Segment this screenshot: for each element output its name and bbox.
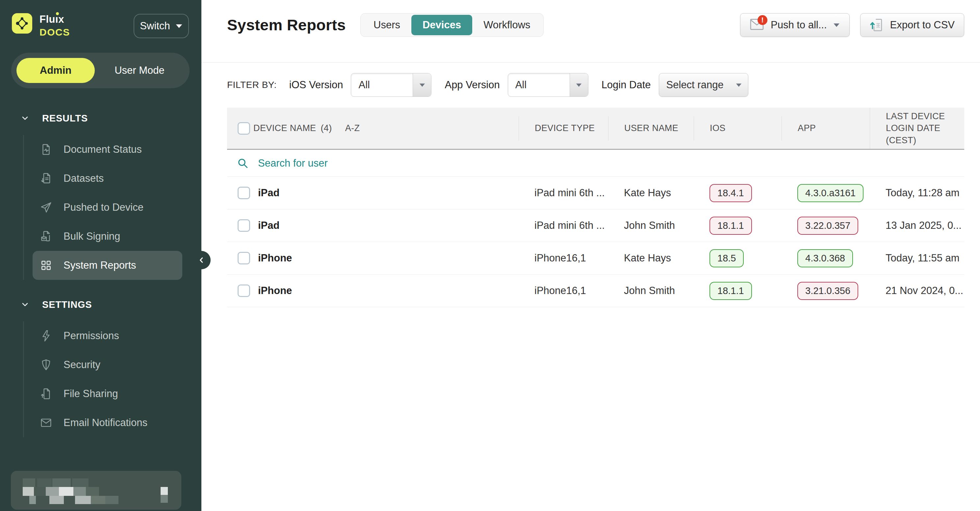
- sidebar-item-pushed-to-device[interactable]: Pushed to Device: [33, 193, 182, 222]
- switch-button[interactable]: Switch: [134, 14, 189, 38]
- table-row[interactable]: iPhoneiPhone16,1John Smith18.1.13.21.0.3…: [227, 275, 964, 307]
- app-version-select[interactable]: All: [508, 73, 589, 97]
- device-name-cell: iPad: [253, 187, 519, 199]
- table-row[interactable]: iPadiPad mini 6th ...Kate Hays18.4.14.3.…: [227, 177, 964, 209]
- sidebar: Fluıx DOCS Switch Admin User Mode RESULT…: [0, 0, 201, 511]
- select-all-checkbox[interactable]: [238, 122, 250, 135]
- tab-group: UsersDevicesWorkflows: [360, 13, 544, 37]
- section-header-results[interactable]: RESULTS: [0, 109, 201, 128]
- mode-toggle: Admin User Mode: [11, 53, 189, 88]
- device-type-cell: iPhone16,1: [519, 285, 608, 297]
- select-all-cell: [227, 116, 253, 141]
- sidebar-item-label: Bulk Signing: [64, 230, 120, 242]
- ios-version-select[interactable]: All: [351, 73, 431, 97]
- sidebar-item-label: Email Notifications: [64, 417, 148, 429]
- device-type-cell: iPhone16,1: [519, 252, 608, 264]
- row-checkbox-cell: [227, 187, 253, 199]
- device-name-header-label: DEVICE NAME: [253, 123, 316, 133]
- filter-by-label: FILTER BY:: [227, 80, 277, 90]
- chevron-left-icon: [197, 256, 206, 264]
- search-for-user-link[interactable]: Search for user: [227, 150, 964, 177]
- sidebar-item-permissions[interactable]: Permissions: [33, 321, 182, 350]
- sidebar-item-label: Permissions: [64, 330, 119, 342]
- pushed-to-device-icon: [40, 201, 52, 214]
- sidebar-item-label: Pushed to Device: [64, 201, 143, 213]
- table-row[interactable]: iPadiPad mini 6th ...John Smith18.1.13.2…: [227, 209, 964, 242]
- user-mode-button[interactable]: User Mode: [95, 64, 184, 77]
- sidebar-item-system-reports[interactable]: System Reports: [33, 251, 182, 280]
- ios-version-badge: 18.4.1: [710, 184, 752, 202]
- sidebar-item-document-status[interactable]: Document Status: [33, 135, 182, 164]
- fluix-logo-icon: [12, 13, 32, 34]
- user-name-cell: Kate Hays: [608, 252, 694, 264]
- device-name-cell: iPhone: [253, 285, 519, 297]
- tab-devices[interactable]: Devices: [411, 15, 472, 35]
- sidebar-item-file-sharing[interactable]: File Sharing: [33, 379, 182, 408]
- row-checkbox[interactable]: [238, 219, 250, 232]
- tab-workflows[interactable]: Workflows: [472, 15, 541, 35]
- device-name-header[interactable]: DEVICE NAME (4) A-Z: [253, 116, 519, 141]
- sidebar-collapse-button[interactable]: [192, 251, 211, 269]
- nav-items-results: Document StatusDatasetsPushed to DeviceB…: [23, 135, 201, 280]
- export-to-csv-button[interactable]: Export to CSV: [860, 13, 964, 37]
- app-version-cell: 4.3.0.368: [781, 249, 870, 267]
- user-name-cell: John Smith: [608, 285, 694, 297]
- login-date-select[interactable]: Select range: [659, 73, 748, 97]
- last-login-cell: 21 Nov 2024, 0...: [870, 285, 964, 297]
- table-row[interactable]: iPhoneiPhone16,1Kate Hays18.54.3.0.368To…: [227, 242, 964, 275]
- select-cap: [413, 73, 431, 96]
- brand-row: Fluıx DOCS Switch: [0, 0, 201, 38]
- email-notifications-icon: [40, 417, 52, 429]
- last-login-header-label: LAST DEVICE LOGIN DATE (CEST): [886, 108, 964, 149]
- row-checkbox[interactable]: [238, 252, 250, 264]
- chevron-down-icon: [834, 23, 840, 27]
- sidebar-item-security[interactable]: Security: [33, 350, 182, 379]
- section-header-settings[interactable]: SETTINGS: [0, 295, 201, 314]
- tab-users[interactable]: Users: [362, 15, 411, 35]
- file-sharing-icon: [40, 388, 52, 400]
- login-date-value: Select range: [659, 79, 724, 91]
- sort-a-z[interactable]: A-Z: [345, 123, 360, 133]
- push-to-all-button[interactable]: ! Push to all...: [740, 13, 850, 37]
- ios-version-badge: 18.5: [710, 249, 744, 267]
- device-type-header: DEVICE TYPE: [519, 116, 608, 141]
- chevron-down-icon: [420, 83, 425, 86]
- sidebar-item-datasets[interactable]: Datasets: [33, 164, 182, 193]
- ios-version-badge: 18.1.1: [710, 217, 752, 235]
- sidebar-item-label: System Reports: [64, 259, 136, 271]
- last-login-cell: Today, 11:55 am: [870, 252, 964, 264]
- sidebar-item-label: Datasets: [64, 172, 103, 184]
- ios-version-cell: 18.1.1: [694, 282, 781, 300]
- ios-version-cell: 18.5: [694, 249, 781, 267]
- app-header: APP: [781, 116, 870, 141]
- ios-version-badge: 18.1.1: [710, 282, 752, 300]
- sidebar-item-bulk-signing[interactable]: Bulk Signing: [33, 222, 182, 251]
- table-body: iPadiPad mini 6th ...Kate Hays18.4.14.3.…: [227, 177, 964, 307]
- last-login-header: LAST DEVICE LOGIN DATE (CEST): [870, 108, 964, 149]
- security-icon: [40, 359, 52, 371]
- page-title: System Reports: [227, 16, 346, 34]
- redacted-user-info[interactable]: [11, 471, 181, 510]
- chevron-down-icon: [21, 300, 30, 309]
- sidebar-item-email-notifications[interactable]: Email Notifications: [33, 408, 182, 437]
- push-to-all-label: Push to all...: [771, 19, 827, 31]
- app-version-cell: 4.3.0.a3161: [781, 184, 870, 202]
- row-checkbox[interactable]: [238, 284, 250, 297]
- sidebar-item-label: File Sharing: [64, 388, 118, 400]
- chevron-down-icon: [176, 24, 182, 28]
- ios-version-label: iOS Version: [289, 79, 343, 91]
- push-envelope-icon: !: [749, 18, 765, 32]
- row-checkbox-cell: [227, 252, 253, 264]
- brand-name: Fluıx: [40, 14, 70, 25]
- device-name-cell: iPad: [253, 220, 519, 232]
- app-version-cell: 3.21.0.356: [781, 282, 870, 300]
- chevron-down-icon: [736, 83, 741, 86]
- app-version-badge: 3.22.0.357: [797, 217, 858, 235]
- row-checkbox-cell: [227, 219, 253, 232]
- select-cap: [730, 73, 748, 96]
- app-version-cell: 3.22.0.357: [781, 217, 870, 235]
- switch-label: Switch: [140, 20, 170, 32]
- row-checkbox[interactable]: [238, 187, 250, 199]
- export-csv-icon: [870, 18, 884, 32]
- admin-mode-button[interactable]: Admin: [16, 58, 95, 83]
